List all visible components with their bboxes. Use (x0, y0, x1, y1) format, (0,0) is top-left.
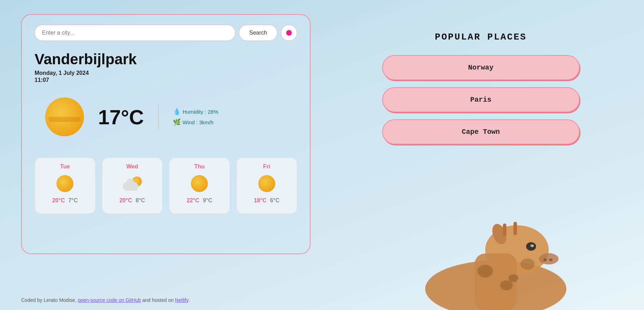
popular-places-panel: POPULAR PLACES Norway Paris Cape Town (339, 32, 623, 144)
weather-divider (158, 105, 159, 129)
forecast-low-tue: 7°C (68, 197, 78, 204)
footer-text-middle: and hosted on (141, 297, 175, 303)
sun-icon (42, 94, 88, 140)
footer-text-before: Coded by Lerato Modise, (21, 297, 78, 303)
forecast-temps-tue: 20°C 7°C (52, 197, 78, 204)
forecast-day-fri: Fri (263, 163, 270, 170)
humidity-label: Humidity : 28% (183, 109, 218, 115)
netlify-link[interactable]: Netlify (175, 297, 188, 303)
search-button[interactable]: Search (239, 25, 277, 41)
location-dot-icon (286, 30, 292, 36)
forecast-high-wed: 20°C (119, 197, 132, 204)
github-link[interactable]: open-source code on GitHub (78, 297, 141, 303)
wind-icon: 🌿 (173, 118, 181, 126)
location-button[interactable] (281, 25, 297, 41)
forecast-card-fri: Fri 18°C 6°C (236, 157, 297, 214)
forecast-icon-tue (55, 174, 74, 193)
forecast-icon-wed (123, 174, 142, 193)
forecast-day-thu: Thu (194, 163, 205, 170)
wind-row: 🌿 Wind : 3km/h (173, 118, 218, 126)
city-time: 11:07 (35, 77, 297, 83)
svg-point-8 (477, 265, 493, 278)
forecast-low-wed: 8°C (136, 197, 145, 204)
forecast-low-fri: 6°C (270, 197, 279, 204)
forecast-day-wed: Wed (126, 163, 138, 170)
place-button-cape-town[interactable]: Cape Town (382, 119, 580, 144)
search-row: Search (35, 25, 297, 41)
forecast-high-thu: 22°C (187, 197, 199, 204)
svg-point-11 (508, 274, 518, 282)
city-date: Monday, 1 July 2024 (35, 70, 297, 76)
weather-details: 💧 Humidity : 28% 🌿 Wind : 3km/h (173, 108, 218, 126)
search-input[interactable] (35, 25, 235, 41)
forecast-card-wed: Wed 20°C 8°C (102, 157, 163, 214)
weather-card: Search Vanderbijlpark Monday, 1 July 202… (21, 14, 311, 254)
svg-point-9 (500, 280, 513, 290)
forecast-low-thu: 9°C (203, 197, 212, 204)
humidity-icon: 💧 (173, 108, 181, 115)
footer-text-after: . (188, 297, 190, 303)
forecast-temps-wed: 20°C 8°C (119, 197, 145, 204)
forecast-icon-fri (257, 174, 276, 193)
forecast-day-tue: Tue (60, 163, 70, 170)
forecast-temps-thu: 22°C 9°C (187, 197, 212, 204)
popular-places-title: POPULAR PLACES (435, 32, 526, 42)
footer: Coded by Lerato Modise, open-source code… (21, 297, 190, 303)
forecast-card-tue: Tue 20°C 7°C (35, 157, 96, 214)
forecast-card-thu: Thu 22°C 9°C (169, 157, 230, 214)
forecast-high-fri: 18°C (254, 197, 266, 204)
forecast-row: Tue 20°C 7°C Wed 2 (35, 157, 297, 214)
temperature-display: 17°C (98, 105, 144, 129)
city-name: Vanderbijlpark (35, 51, 297, 68)
humidity-row: 💧 Humidity : 28% (173, 108, 218, 115)
place-buttons-list: Norway Paris Cape Town (382, 55, 580, 144)
forecast-icon-thu (190, 174, 209, 193)
forecast-high-tue: 20°C (52, 197, 65, 204)
place-button-norway[interactable]: Norway (382, 55, 580, 80)
place-button-paris[interactable]: Paris (382, 87, 580, 112)
wind-label: Wind : 3km/h (183, 119, 214, 125)
forecast-temps-fri: 18°C 6°C (254, 197, 279, 204)
current-weather: 17°C 💧 Humidity : 28% 🌿 Wind : 3km/h (35, 94, 297, 140)
